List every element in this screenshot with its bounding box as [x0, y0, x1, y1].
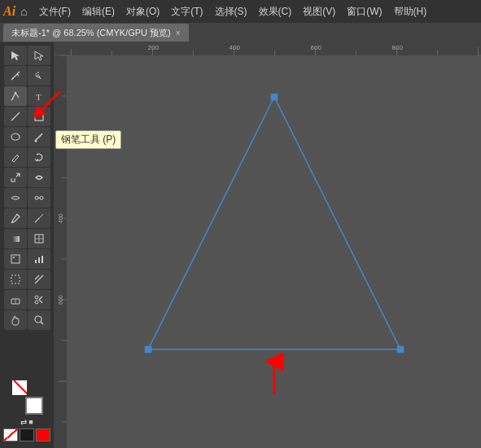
svg-rect-21: [38, 257, 40, 263]
svg-line-14: [37, 218, 39, 220]
select-tool[interactable]: [4, 46, 27, 65]
gradient-tool[interactable]: [4, 229, 27, 248]
triangle-shape: [148, 97, 400, 349]
no-fill-swatch[interactable]: [3, 428, 18, 441]
menu-window[interactable]: 窗口(W): [342, 3, 387, 20]
pencil-tool[interactable]: [4, 147, 27, 167]
paintbrush-tool[interactable]: [28, 127, 50, 147]
tool-row-10: [4, 249, 50, 269]
eraser-tool[interactable]: [4, 290, 27, 310]
svg-text:400: 400: [230, 44, 241, 51]
tool-row-4: [4, 127, 50, 147]
menu-effect[interactable]: 效果(C): [254, 3, 297, 20]
anchor-bottom-left: [145, 346, 151, 353]
menu-help[interactable]: 帮助(H): [389, 3, 432, 20]
svg-rect-22: [42, 256, 43, 263]
svg-rect-46: [54, 55, 67, 448]
lasso-tool[interactable]: [28, 66, 50, 86]
svg-text:800: 800: [392, 44, 404, 51]
tool-row-5: [4, 147, 50, 167]
svg-rect-15: [11, 236, 20, 242]
menu-bar: 文件(F) 编辑(E) 对象(O) 文字(T) 选择(S) 效果(C) 视图(V…: [34, 3, 432, 20]
menu-edit[interactable]: 编辑(E): [77, 3, 120, 20]
line-tool[interactable]: [4, 107, 27, 126]
tab-close-button[interactable]: ×: [176, 29, 181, 37]
ellipse-tool[interactable]: [4, 127, 27, 147]
svg-text:200: 200: [148, 44, 160, 51]
anchor-top: [271, 94, 278, 100]
svg-text:400: 400: [58, 213, 63, 223]
svg-point-26: [35, 296, 38, 299]
color-controls: ⇄ ■: [3, 379, 50, 445]
svg-text:600: 600: [311, 44, 322, 51]
tool-row-9: [4, 229, 50, 248]
svg-point-28: [35, 316, 42, 323]
menu-select[interactable]: 选择(S): [210, 3, 252, 20]
artboard-svg: [116, 81, 433, 423]
swatch-row: [3, 428, 50, 441]
default-colors-icon[interactable]: ■: [28, 418, 33, 427]
scissors-tool[interactable]: [28, 290, 50, 310]
tab-title: 未标题-1* @ 68.25% (CMYK/GPU 预览): [11, 27, 171, 39]
svg-point-2: [12, 77, 14, 79]
magic-wand-tool[interactable]: [4, 66, 27, 86]
scale-tool[interactable]: [4, 168, 27, 187]
stroke-swatch[interactable]: [25, 397, 43, 415]
tab-bar: 未标题-1* @ 68.25% (CMYK/GPU 预览) ×: [0, 23, 481, 42]
warp-tool[interactable]: [28, 168, 50, 187]
svg-line-13: [35, 221, 37, 222]
svg-point-9: [34, 140, 37, 143]
svg-point-27: [35, 301, 38, 304]
svg-point-11: [40, 196, 43, 200]
mesh-tool[interactable]: [28, 229, 50, 248]
red-swatch[interactable]: [36, 428, 50, 441]
menu-object[interactable]: 对象(O): [121, 3, 164, 20]
svg-text:T: T: [36, 92, 42, 102]
svg-point-10: [35, 196, 38, 200]
title-bar: Ai ⌂ 文件(F) 编辑(E) 对象(O) 文字(T) 选择(S) 效果(C)…: [0, 0, 481, 23]
home-icon[interactable]: ⌂: [20, 5, 27, 18]
tool-row-3: [4, 107, 50, 126]
live-paint-tool[interactable]: [4, 249, 27, 269]
tool-row-11: [4, 270, 50, 289]
document-tab[interactable]: 未标题-1* @ 68.25% (CMYK/GPU 预览) ×: [3, 24, 189, 42]
menu-file[interactable]: 文件(F): [34, 3, 76, 20]
direct-select-tool[interactable]: [28, 46, 50, 65]
ruler-left: 200 400 600: [54, 55, 67, 448]
tool-row-13: [4, 310, 50, 330]
svg-rect-19: [11, 255, 20, 263]
zoom-tool[interactable]: [28, 310, 50, 330]
menu-view[interactable]: 视图(V): [298, 3, 340, 20]
slice-tool[interactable]: [28, 270, 50, 289]
canvas-content[interactable]: [67, 55, 481, 448]
tool-row-7: [4, 188, 50, 208]
svg-line-6: [11, 112, 20, 121]
svg-line-29: [41, 322, 43, 324]
measure-tool[interactable]: [28, 209, 50, 228]
blend-tool[interactable]: [28, 188, 50, 208]
black-swatch[interactable]: [20, 428, 34, 441]
type-tool[interactable]: T: [28, 86, 50, 106]
svg-point-8: [11, 134, 20, 140]
menu-text[interactable]: 文字(T): [166, 3, 208, 20]
eyedropper-tool[interactable]: [4, 209, 27, 228]
rect-tool[interactable]: [28, 107, 50, 126]
color-swatch-group: [7, 379, 46, 415]
svg-text:600: 600: [58, 295, 63, 305]
pen-tool[interactable]: [4, 86, 27, 106]
arrow-shaft-top: [269, 362, 280, 364]
artboard-tool[interactable]: [4, 270, 27, 289]
rotate-tool[interactable]: [28, 147, 50, 167]
hand-tool[interactable]: [4, 310, 27, 330]
width-tool[interactable]: [4, 188, 27, 208]
svg-rect-20: [35, 260, 37, 263]
app-logo: Ai: [3, 4, 15, 19]
chart-tool[interactable]: [28, 249, 50, 269]
ruler-top: 200 400 600 800: [54, 42, 481, 55]
tool-row-8: [4, 209, 50, 228]
swap-colors-icon[interactable]: ⇄: [20, 418, 27, 427]
fill-swatch[interactable]: [11, 379, 28, 397]
svg-line-3: [39, 77, 41, 79]
tool-row-12: [4, 290, 50, 310]
main-layout: T: [0, 42, 481, 448]
